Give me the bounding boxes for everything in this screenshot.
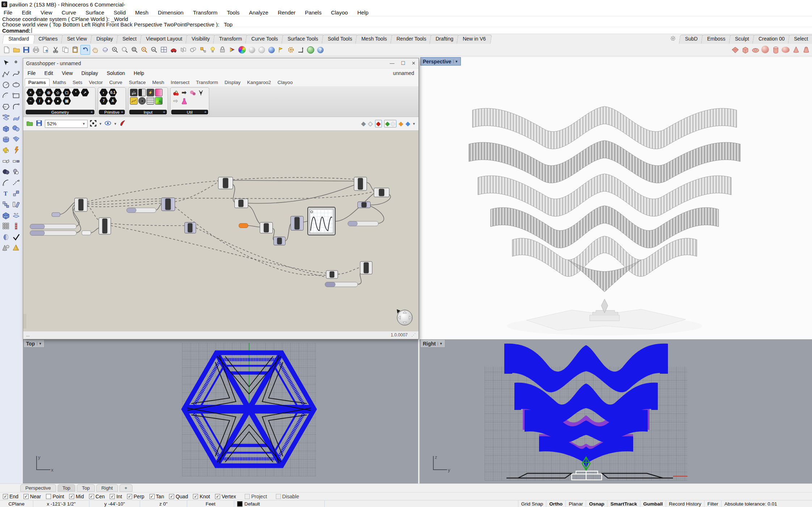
cut-icon[interactable]	[51, 45, 60, 54]
pyramid-gold-tool[interactable]	[11, 242, 21, 253]
param-point-icon[interactable]: ◆	[45, 97, 53, 105]
pan-hand-icon[interactable]	[91, 45, 100, 54]
render-preview-blue-icon[interactable]	[267, 45, 276, 54]
tree-icon[interactable]	[197, 89, 205, 96]
maximize-icon[interactable]: ☐	[401, 60, 405, 66]
viewport-right-label[interactable]: Right▼	[420, 339, 445, 348]
param-mesh-icon[interactable]: *	[72, 89, 80, 96]
four-viewports-icon[interactable]	[159, 45, 168, 54]
add-viewport-tab-button[interactable]: +	[119, 484, 132, 492]
section-plane-tool[interactable]	[11, 210, 21, 221]
menu-dimension[interactable]: Dimension	[158, 9, 184, 16]
menu-clayoo[interactable]: Clayoo	[331, 9, 348, 16]
toolbar-tab-solid-tools[interactable]: Solid Tools	[321, 35, 358, 44]
surface-sweep-tool[interactable]	[11, 112, 21, 123]
menu-view[interactable]: View	[41, 9, 52, 16]
param-geometry-icon[interactable]: ×	[26, 89, 35, 96]
resize-grip-icon[interactable]: ⋰	[411, 332, 416, 338]
osnap-disable[interactable]: Disable	[276, 494, 299, 499]
scale-tool[interactable]	[11, 188, 21, 199]
menu-tools[interactable]: Tools	[227, 9, 240, 16]
toolbar-tab-cplanes[interactable]: CPlanes	[32, 35, 63, 44]
statusbar-cplane[interactable]: CPlane	[0, 500, 33, 507]
chevron-down-icon[interactable]: ▼	[453, 60, 458, 63]
move-axes-icon[interactable]	[296, 45, 305, 54]
open-file-icon[interactable]	[12, 45, 21, 54]
menu-render[interactable]: Render	[278, 9, 295, 16]
gh-tab-maths[interactable]: Maths	[50, 79, 70, 86]
gh-tab-params[interactable]: Params	[25, 78, 50, 86]
toolbar-tab-curve-tools[interactable]: Curve Tools	[245, 35, 284, 44]
command-prompt[interactable]: Command:	[0, 27, 812, 34]
gh-menu-display[interactable]: Display	[81, 70, 98, 76]
osnap-cen[interactable]: ✓Cen	[89, 494, 105, 499]
polyline-tool[interactable]	[1, 68, 11, 79]
zoom-extents-icon[interactable]	[150, 45, 159, 54]
cone-gray-tool[interactable]	[1, 242, 11, 253]
zoom-window-icon[interactable]	[120, 45, 129, 54]
gh-menu-file[interactable]: File	[28, 70, 36, 76]
menu-help[interactable]: Help	[357, 9, 369, 16]
osnap-vertex[interactable]: ✓Vertex	[215, 494, 236, 499]
osnap-end[interactable]: ✓End	[3, 494, 18, 499]
lock-icon[interactable]	[218, 45, 227, 54]
gh-tab-sets[interactable]: Sets	[70, 79, 86, 86]
close-icon[interactable]: ✕	[412, 60, 416, 66]
osnap-knot[interactable]: ✓Knot	[193, 494, 210, 499]
point-tool[interactable]	[11, 58, 21, 68]
toolbar-tab-new-in-v6[interactable]: New in V6	[457, 35, 492, 44]
gh-preview-eye-icon[interactable]	[104, 120, 112, 128]
menu-mesh[interactable]: Mesh	[135, 9, 148, 16]
statusbar-layer[interactable]: Default	[234, 500, 325, 507]
circle-tool[interactable]	[1, 79, 11, 90]
ellipse-tool[interactable]	[11, 79, 21, 90]
gh-preview-shaded-gem[interactable]: ◆	[375, 120, 382, 127]
chevron-down-icon[interactable]: ▼	[438, 342, 443, 345]
gh-preview-wire-gem-icon[interactable]: ◇	[368, 121, 373, 127]
toolbar-tab-sculpt[interactable]: Sculpt	[729, 35, 755, 44]
boolean-toggle-icon[interactable]	[138, 89, 146, 96]
solid-union-tool[interactable]	[1, 210, 11, 221]
toolbar-tab-subd[interactable]: SubD	[679, 35, 704, 44]
gh-tab-display[interactable]: Display	[221, 79, 244, 86]
lamp-icon[interactable]	[208, 45, 217, 54]
menu-file[interactable]: File	[4, 9, 12, 16]
osnap-mid[interactable]: ✓Mid	[69, 494, 84, 499]
zoom-dynamic-icon[interactable]	[110, 45, 119, 54]
rotate-view-icon[interactable]	[101, 45, 110, 54]
param-plane-icon[interactable]: ◇	[54, 89, 62, 96]
select-arrow-tool[interactable]	[1, 58, 11, 68]
osnap-perp[interactable]: ✓Perp	[127, 494, 144, 499]
explode-puzzle-tool[interactable]	[1, 144, 11, 155]
help-icon[interactable]: ?	[316, 45, 325, 54]
render-icon[interactable]	[228, 45, 237, 54]
subd-cylinder-icon[interactable]	[771, 46, 780, 54]
gh-tab-curve[interactable]: Curve	[106, 79, 126, 86]
car-icon[interactable]	[169, 45, 178, 54]
toolbar-tab-transform[interactable]: Transform	[213, 35, 248, 44]
toolbar-gear-icon[interactable]	[670, 35, 676, 42]
split-tool[interactable]	[11, 155, 21, 166]
osnap-int[interactable]: ✓Int	[110, 494, 122, 499]
grasshopper-canvas[interactable]	[23, 131, 418, 331]
palette-group-label[interactable]: Geometry+	[26, 110, 94, 114]
subd-cone-icon[interactable]	[792, 46, 800, 54]
menu-surface[interactable]: Surface	[85, 9, 104, 16]
subd-box-icon[interactable]	[741, 46, 750, 54]
menu-transform[interactable]: Transform	[193, 9, 218, 16]
param-box-icon[interactable]: ▢	[63, 89, 71, 96]
gh-tab-mesh[interactable]: Mesh	[149, 79, 167, 86]
menu-edit[interactable]: Edit	[22, 9, 31, 16]
gh-sketch-pen-icon[interactable]	[119, 120, 126, 128]
toolbar-tab-viewport-layout[interactable]: Viewport Layout	[140, 35, 188, 44]
toolbar-tab-render-tools[interactable]: Render Tools	[390, 35, 432, 44]
viewport-perspective-label[interactable]: Perspective▼	[420, 57, 461, 66]
toolbar-tab-surface-tools[interactable]: Surface Tools	[281, 35, 324, 44]
select-points-icon[interactable]	[198, 45, 207, 54]
menu-analyze[interactable]: Analyze	[249, 9, 268, 16]
viewport-perspective[interactable]: Perspective▼	[419, 57, 812, 339]
fillet-curve-tool[interactable]	[11, 101, 21, 112]
gh-menu-help[interactable]: Help	[134, 70, 144, 76]
gh-save-icon[interactable]	[35, 120, 43, 128]
color-wheel-icon[interactable]	[237, 45, 247, 54]
